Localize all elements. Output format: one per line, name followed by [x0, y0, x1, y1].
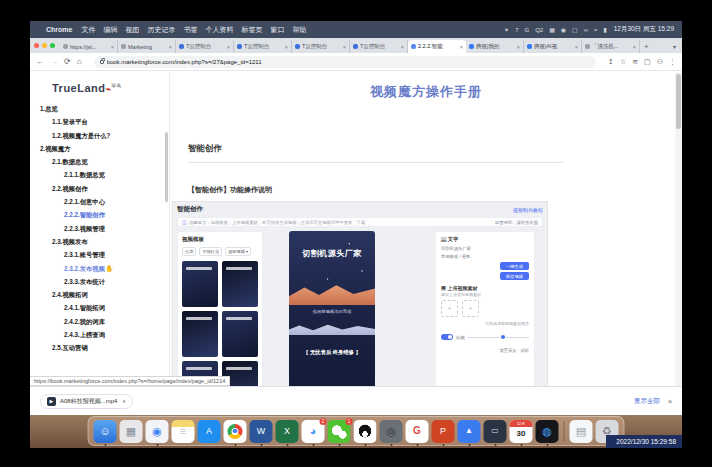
toc-item[interactable]: 2.4.3.上榜查询	[30, 328, 169, 341]
page-scrollbar[interactable]	[675, 72, 682, 403]
browser-tab[interactable]: T云控制台×	[234, 40, 292, 53]
excel-icon[interactable]: X	[276, 420, 299, 443]
toc-item[interactable]: 1.总览	[30, 102, 169, 115]
browser-tab-active[interactable]: 2.2.2.智能×	[408, 40, 466, 53]
toc-item[interactable]: 2.5.互动营销	[30, 341, 169, 354]
powerpoint-icon[interactable]: P	[432, 420, 455, 443]
tab-close-icon[interactable]: ×	[169, 44, 172, 50]
tab-close-icon[interactable]: ×	[460, 44, 463, 50]
active-app-menu[interactable]: Chrome	[46, 26, 72, 33]
toc-item[interactable]: 2.1.1.数据总览	[30, 168, 169, 181]
home-button[interactable]: ⌂	[77, 57, 82, 66]
toc-item[interactable]: 2.2.视频创作	[30, 182, 169, 195]
toc-item[interactable]: 2.4.2.我的词库	[30, 315, 169, 328]
show-all-downloads-link[interactable]: 显示全部	[634, 397, 660, 406]
extensions-icon[interactable]: ≋	[632, 58, 638, 66]
notes-icon[interactable]: ≡	[172, 420, 195, 443]
zoom-window-button[interactable]	[50, 43, 55, 48]
qq-status-icon[interactable]: Q2	[535, 27, 543, 33]
toc-item[interactable]: 2.3.视频发布	[30, 235, 169, 248]
menu-help[interactable]: 帮助	[292, 25, 306, 35]
share-icon[interactable]: ↥	[608, 58, 614, 66]
grid-icon[interactable]: ▦	[549, 26, 555, 33]
menu-file[interactable]: 文件	[81, 25, 95, 35]
menu-tabs[interactable]: 标签页	[241, 25, 262, 35]
forward-button[interactable]: →	[50, 57, 58, 66]
safari-icon[interactable]: ◉	[146, 420, 169, 443]
menu-history[interactable]: 历史记录	[147, 25, 175, 35]
record-icon[interactable]: ◉	[561, 26, 566, 33]
launchpad-icon[interactable]: ▦	[120, 420, 143, 443]
display-icon[interactable]: ▢	[572, 26, 578, 33]
toc-item[interactable]: 2.3.3.发布统计	[30, 275, 169, 288]
close-window-button[interactable]	[34, 43, 39, 48]
chrome-menu-icon[interactable]: ⋮	[669, 58, 676, 66]
browser-tab[interactable]: 腾视|AI视×	[524, 40, 582, 53]
tab-close-icon[interactable]: ×	[111, 44, 114, 50]
tab-close-icon[interactable]: ×	[633, 44, 636, 50]
sidepanel-icon[interactable]: ▢	[644, 58, 651, 66]
menu-profiles[interactable]: 个人资料	[205, 25, 233, 35]
tab-close-icon[interactable]: ×	[227, 44, 230, 50]
dark-app-icon[interactable]: ◍	[536, 420, 559, 443]
browser-tab[interactable]: 「清洗机...×	[582, 40, 640, 53]
browser-tab[interactable]: 腾视|我的×	[466, 40, 524, 53]
menu-edit[interactable]: 编辑	[103, 25, 117, 35]
tab-close-icon[interactable]: ×	[575, 44, 578, 50]
toc-item[interactable]: 2.1.数据总览	[30, 155, 169, 168]
toc-item[interactable]: 1.1.登录平台	[30, 115, 169, 128]
wifi-icon[interactable]: ≈	[594, 27, 597, 33]
wechat-icon[interactable]: 1	[328, 420, 351, 443]
menu-view[interactable]: 视图	[125, 25, 139, 35]
g-app-icon[interactable]: G	[406, 420, 429, 443]
downloads-icon[interactable]: ▤	[570, 420, 593, 443]
downloads-bar-close-icon[interactable]: ×	[668, 398, 672, 405]
link-icon[interactable]: ∞	[584, 27, 588, 33]
chrome-icon[interactable]	[224, 420, 247, 443]
reload-button[interactable]: ⟳	[64, 57, 71, 66]
tab-close-icon[interactable]: ×	[343, 44, 346, 50]
toc-item[interactable]: 2.2.1.创意中心	[30, 195, 169, 208]
toc-item[interactable]: 2.2.3.视频管理	[30, 222, 169, 235]
assistant-icon[interactable]: ✦	[504, 26, 509, 33]
toc-item[interactable]: 1.2.视频魔方是什么?	[30, 129, 169, 142]
browser-tab[interactable]: T云控制台×	[176, 40, 234, 53]
tab-close-icon[interactable]: ×	[517, 44, 520, 50]
site-logo[interactable]: TrueLand⌁珍岛	[30, 76, 169, 102]
menubar-clock[interactable]: 12月30日 周五 15:29	[614, 25, 674, 34]
word-icon[interactable]: W	[250, 420, 273, 443]
toc-item[interactable]: 2.4.1.智能拓词	[30, 301, 169, 314]
input-method-icon[interactable]: G	[524, 27, 529, 33]
screenshare-app-icon[interactable]: ▭	[484, 420, 507, 443]
browser-tab[interactable]: T云控制台×	[350, 40, 408, 53]
browser-tab[interactable]: Marketing×	[118, 40, 176, 53]
browser-tab[interactable]: https://jst...×	[60, 40, 118, 53]
sidebar-scrollbar[interactable]	[165, 132, 168, 202]
recorder-icon[interactable]: ◎	[380, 420, 403, 443]
scrollbar-thumb[interactable]	[676, 74, 681, 129]
tab-search-chevron-icon[interactable]: ▾	[673, 43, 676, 50]
appstore-icon[interactable]: A	[198, 420, 221, 443]
tab-close-icon[interactable]: ×	[285, 44, 288, 50]
calendar-icon[interactable]: 12月30	[510, 420, 533, 443]
finder-icon[interactable]: ☺	[94, 420, 117, 443]
back-button[interactable]: ←	[36, 57, 44, 66]
profile-avatar-icon[interactable]: ⚇	[657, 58, 663, 66]
bookmark-star-icon[interactable]: ☆	[620, 58, 626, 66]
toc-item-current[interactable]: 2.2.2.智能创作	[30, 208, 169, 221]
download-options-chevron-icon[interactable]: ∧	[122, 398, 126, 404]
mountains-app-icon[interactable]: ▲	[458, 420, 481, 443]
toc-item[interactable]: 2.3.1.账号管理	[30, 248, 169, 261]
menu-bookmarks[interactable]: 书签	[183, 25, 197, 35]
address-bar[interactable]: book.marketingforce.com/index.php?s=/27&…	[94, 56, 597, 68]
menu-window[interactable]: 窗口	[270, 25, 284, 35]
browser-tab[interactable]: T云控制台×	[292, 40, 350, 53]
battery-icon[interactable]: ▮	[603, 26, 606, 33]
minimize-window-button[interactable]	[42, 43, 47, 48]
new-tab-button[interactable]: +	[644, 42, 649, 51]
download-item[interactable]: ▶ A08科技报视频...mp4 ∧	[40, 394, 133, 409]
messages-icon[interactable]: ◕2	[302, 420, 325, 443]
toc-item[interactable]: 2.视频魔方	[30, 142, 169, 155]
tab-close-icon[interactable]: ×	[401, 44, 404, 50]
toc-item-hovered[interactable]: 2.3.2.发布视频✋	[30, 262, 169, 275]
